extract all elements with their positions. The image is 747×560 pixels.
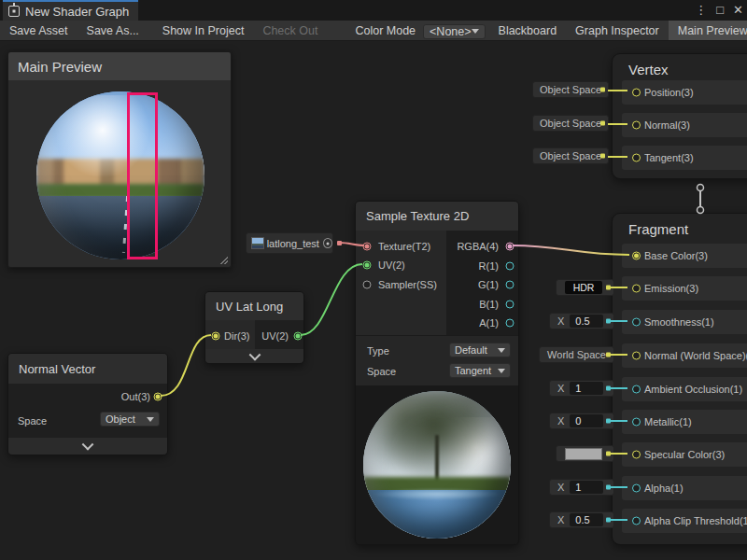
- show-in-project-button[interactable]: Show In Project: [153, 21, 254, 40]
- alpha-clip-value-chip[interactable]: X 0.5: [549, 511, 614, 528]
- port-label: UV(2): [261, 330, 289, 342]
- panel-resize-handle[interactable]: [220, 257, 228, 264]
- vertex-row-tangent[interactable]: Tangent(3): [622, 146, 747, 170]
- port-ambient-occlusion[interactable]: [632, 385, 641, 394]
- save-as-button[interactable]: Save As...: [78, 21, 148, 40]
- port-normal-world-space[interactable]: [632, 352, 641, 360]
- chevron-down-icon: [472, 29, 479, 34]
- vertex-row-normal[interactable]: Normal(3): [622, 113, 747, 137]
- port-g-output[interactable]: [506, 281, 514, 289]
- graph-inspector-button[interactable]: Graph Inspector: [566, 21, 669, 40]
- menu-icon[interactable]: ⋮: [695, 0, 707, 21]
- port-b-output[interactable]: [506, 301, 514, 309]
- fragment-row-base-color[interactable]: Base Color(3): [622, 244, 747, 268]
- port-label: Base Color(3): [644, 250, 708, 261]
- fragment-row-alpha-clip[interactable]: Alpha Clip Threshold(1): [622, 509, 747, 533]
- save-asset-button[interactable]: Save Asset: [0, 21, 78, 40]
- tangent-space-chip[interactable]: Object Space: [532, 147, 609, 164]
- port-specular-color[interactable]: [632, 451, 641, 459]
- blackboard-button[interactable]: Blackboard: [489, 21, 567, 40]
- alpha-clip-field[interactable]: 0.5: [570, 513, 603, 526]
- port-label: Normal(3): [644, 119, 690, 131]
- port-a-output[interactable]: [506, 319, 514, 328]
- port-emission[interactable]: [632, 285, 641, 293]
- object-picker-icon[interactable]: [323, 238, 332, 248]
- port-out-output[interactable]: [154, 393, 162, 401]
- metallic-value-chip[interactable]: X 0: [549, 413, 614, 429]
- uv-lat-long-header[interactable]: UV Lat Long: [205, 292, 303, 320]
- tab-new-shader-graph[interactable]: New Shader Graph: [3, 0, 138, 21]
- port-smoothness[interactable]: [632, 318, 641, 327]
- vertex-row-position[interactable]: Position(3): [622, 80, 747, 105]
- color-mode-dropdown[interactable]: <None>: [423, 24, 485, 39]
- main-preview-header[interactable]: Main Preview: [8, 52, 231, 80]
- specular-color-chip[interactable]: [556, 445, 614, 462]
- position-space-chip[interactable]: Object Space: [532, 81, 609, 98]
- preview-expander[interactable]: [205, 349, 303, 363]
- fragment-row-alpha[interactable]: Alpha(1): [622, 476, 747, 500]
- metallic-field[interactable]: 0: [570, 414, 603, 427]
- graph-canvas[interactable]: Main Preview Vertex Position(3): [0, 41, 747, 560]
- texture-asset-chip[interactable]: latlong_test: [246, 232, 333, 254]
- fragment-row-emission[interactable]: Emission(3): [622, 276, 747, 301]
- fragment-row-normal-ws[interactable]: Normal (World Space)(3): [622, 343, 747, 368]
- sample-texture-2d-node[interactable]: Sample Texture 2D Texture(T2) UV(2) Samp…: [355, 201, 519, 545]
- fragment-node-title: Fragment: [628, 221, 688, 237]
- x-label: X: [557, 514, 564, 525]
- port-dir-input[interactable]: [212, 332, 220, 341]
- fragment-row-specular-color[interactable]: Specular Color(3): [622, 442, 747, 467]
- color-swatch[interactable]: [565, 448, 602, 460]
- ambient-occlusion-field[interactable]: 1: [570, 382, 603, 395]
- port-tangent[interactable]: [632, 154, 641, 162]
- x-label: X: [557, 482, 564, 493]
- normal-vector-node[interactable]: Normal Vector Out(3) Space Object: [7, 353, 168, 455]
- normal-vector-header[interactable]: Normal Vector: [8, 354, 167, 384]
- fragment-row-metallic[interactable]: Metallic(1): [622, 410, 747, 434]
- normal-ws-space-chip[interactable]: World Space: [539, 346, 614, 363]
- hdr-badge[interactable]: HDR: [565, 281, 602, 294]
- main-preview-button[interactable]: Main Preview: [669, 21, 747, 40]
- check-out-button: Check Out: [253, 21, 327, 40]
- chevron-down-icon: [498, 369, 505, 373]
- normal-space-chip[interactable]: Object Space: [532, 115, 609, 132]
- port-metallic[interactable]: [632, 418, 641, 427]
- chip-connector-dot: [606, 386, 611, 391]
- maximize-icon[interactable]: □: [716, 0, 724, 21]
- emission-hdr-chip[interactable]: HDR: [556, 279, 614, 296]
- fragment-row-ambient-occlusion[interactable]: Ambient Occlusion(1): [622, 377, 747, 401]
- port-alpha[interactable]: [632, 484, 641, 493]
- alpha-field[interactable]: 1: [570, 481, 603, 494]
- port-base-color[interactable]: [632, 252, 641, 260]
- type-label: Type: [367, 345, 389, 357]
- space-label: Space: [367, 366, 396, 377]
- sample-texture-header[interactable]: Sample Texture 2D: [356, 202, 518, 231]
- uv-lat-long-node[interactable]: UV Lat Long Dir(3) UV(2): [204, 291, 304, 364]
- node-preview-area: [356, 385, 518, 544]
- smoothness-field[interactable]: 0.5: [570, 315, 603, 328]
- window-controls: ⋮ □ ✕: [695, 0, 743, 21]
- fragment-node[interactable]: Fragment Base Color(3) Emission(3) Smoot…: [612, 213, 747, 545]
- port-rgba-output[interactable]: [506, 243, 514, 251]
- port-uv-output[interactable]: [294, 332, 303, 341]
- space-dropdown[interactable]: Tangent: [449, 363, 511, 378]
- main-preview-panel[interactable]: Main Preview: [7, 51, 232, 268]
- smoothness-value-chip[interactable]: X 0.5: [549, 313, 614, 329]
- port-uv-input[interactable]: [363, 261, 372, 270]
- port-alpha-clip-threshold[interactable]: [632, 517, 641, 525]
- ambient-occlusion-value-chip[interactable]: X 1: [549, 380, 614, 397]
- space-dropdown[interactable]: Object: [100, 412, 160, 427]
- close-icon[interactable]: ✕: [733, 0, 743, 21]
- title-bar: New Shader Graph ⋮ □ ✕: [0, 0, 747, 21]
- port-normal[interactable]: [632, 121, 641, 130]
- fragment-row-smoothness[interactable]: Smoothness(1): [622, 310, 747, 334]
- node-settings-section: Type Default Space Tangent: [356, 335, 518, 386]
- type-dropdown[interactable]: Default: [449, 343, 511, 357]
- port-texture-input[interactable]: [363, 243, 372, 251]
- port-r-output[interactable]: [506, 262, 514, 271]
- alpha-value-chip[interactable]: X 1: [549, 479, 614, 496]
- preview-expander[interactable]: [8, 438, 167, 455]
- port-sampler-input[interactable]: [363, 281, 372, 289]
- texture-name: latlong_test: [267, 238, 319, 249]
- vertex-node[interactable]: Vertex Position(3) Normal(3) Tangent(3): [612, 53, 747, 179]
- port-position[interactable]: [632, 89, 641, 97]
